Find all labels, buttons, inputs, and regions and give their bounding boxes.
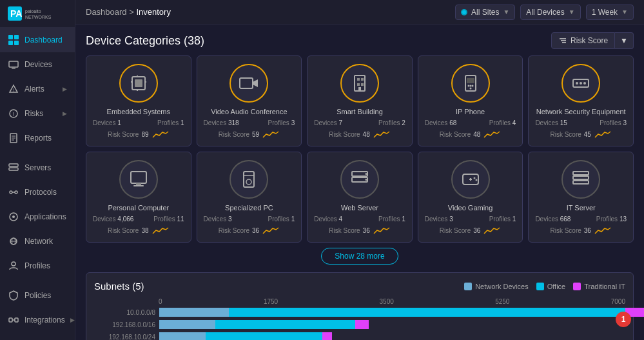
- svg-rect-41: [240, 78, 253, 88]
- svg-text:paloalto: paloalto: [25, 9, 41, 14]
- ip-phone-icon-wrapper: [451, 64, 490, 103]
- axis-label: 5250: [495, 298, 509, 305]
- video-audio-risk: Risk Score 59: [219, 129, 280, 139]
- sidebar-item-administration[interactable]: Administration ▶: [0, 332, 75, 340]
- sidebar-item-dashboard[interactable]: Dashboard: [0, 28, 75, 52]
- svg-rect-45: [361, 78, 364, 81]
- embedded-title: Embedded Systems: [107, 108, 170, 115]
- legend-dot-traditional: [573, 283, 581, 290]
- topbar: Dashboard > Inventory All Sites ▼ All De…: [75, 0, 644, 25]
- risk-score-dropdown[interactable]: ▼: [615, 32, 634, 49]
- device-card-embedded[interactable]: Embedded Systems Devices 1 Profiles 1 Ri…: [86, 55, 191, 146]
- sidebar-item-network[interactable]: Network: [0, 229, 75, 254]
- topbar-controls: All Sites ▼ All Devices ▼ 1 Week ▼: [455, 5, 634, 20]
- bar-network: [159, 308, 229, 317]
- svg-text:PA: PA: [10, 8, 22, 19]
- notification-badge[interactable]: 1: [616, 312, 631, 327]
- web-server-risk-graph: [373, 225, 391, 235]
- web-server-icon-wrapper: [340, 160, 379, 199]
- it-server-devices-label: Devices 668: [535, 215, 571, 223]
- show-more-button[interactable]: Show 28 more: [321, 248, 398, 265]
- device-dropdown-icon: ▼: [569, 8, 575, 15]
- risk-score-button[interactable]: Risk Score: [551, 32, 615, 49]
- alerts-arrow-icon: ▶: [63, 86, 67, 92]
- web-server-profiles-label: Profiles 1: [378, 215, 405, 223]
- smart-building-devices-label: Devices 7: [314, 119, 342, 126]
- svg-rect-18: [9, 168, 18, 170]
- sidebar-item-servers[interactable]: Servers: [0, 155, 75, 180]
- device-card-network-security[interactable]: Network Security Equipment Devices 15 Pr…: [528, 55, 634, 146]
- sidebar-item-risks[interactable]: ! Risks ▶: [0, 101, 75, 126]
- sidebar-item-devices[interactable]: Devices: [0, 52, 75, 77]
- personal-computer-devices-label: Devices 4,066: [93, 215, 133, 223]
- sidebar-item-alerts-label: Alerts: [24, 85, 57, 94]
- personal-computer-title: Personal Computer: [108, 204, 169, 212]
- video-audio-stats: Devices 318 Profiles 3: [204, 119, 295, 126]
- svg-rect-61: [133, 185, 144, 186]
- ip-phone-risk: Risk Score 48: [440, 129, 501, 139]
- svg-point-58: [583, 82, 586, 85]
- svg-rect-17: [9, 164, 18, 166]
- svg-rect-6: [8, 41, 13, 45]
- svg-rect-9: [12, 68, 15, 69]
- subnets-header: Subnets (5) Network Devices Office Tradi…: [94, 281, 625, 292]
- svg-rect-76: [573, 181, 589, 184]
- sidebar-item-policies[interactable]: Policies: [0, 283, 75, 308]
- smart-building-stats: Devices 7 Profiles 2: [314, 119, 405, 126]
- sidebar-item-applications[interactable]: Applications: [0, 205, 75, 229]
- video-audio-title: Video Audio Conference: [211, 108, 287, 115]
- sidebar-item-reports[interactable]: Reports: [0, 126, 75, 150]
- device-card-personal-computer[interactable]: Personal Computer Devices 4,066 Profiles…: [86, 152, 191, 243]
- sidebar-item-protocols[interactable]: Protocols: [0, 180, 75, 205]
- svg-rect-7: [14, 41, 19, 45]
- sidebar-item-applications-label: Applications: [24, 212, 67, 221]
- sidebar-item-profiles-label: Profiles: [24, 261, 67, 270]
- personal-computer-risk-graph: [151, 225, 170, 235]
- svg-rect-75: [573, 176, 589, 179]
- device-card-web-server[interactable]: Web Server Devices 4 Profiles 1 Risk Sco…: [307, 152, 413, 243]
- embedded-risk-graph: [151, 129, 170, 139]
- device-card-smart-building[interactable]: Smart Building Devices 7 Profiles 2 Risk…: [307, 55, 413, 146]
- network-security-title: Network Security Equipment: [536, 108, 626, 115]
- time-selector[interactable]: 1 Week ▼: [586, 5, 634, 20]
- embedded-icon-wrapper: [119, 64, 158, 103]
- chart-row-bars: [159, 308, 625, 317]
- site-selector[interactable]: All Sites ▼: [455, 5, 515, 20]
- device-card-video-audio[interactable]: Video Audio Conference Devices 318 Profi…: [197, 55, 302, 146]
- alerts-icon: !: [8, 83, 19, 95]
- svg-rect-47: [361, 83, 364, 86]
- sidebar-item-profiles[interactable]: Profiles: [0, 254, 75, 278]
- sidebar-item-network-label: Network: [24, 237, 67, 246]
- video-gaming-risk-graph: [483, 225, 501, 235]
- device-selector[interactable]: All Devices ▼: [520, 5, 580, 20]
- site-selector-label: All Sites: [471, 8, 499, 17]
- profiles-icon: [8, 260, 19, 272]
- svg-point-68: [365, 179, 367, 181]
- svg-point-54: [469, 88, 471, 90]
- sidebar-item-alerts[interactable]: ! Alerts ▶: [0, 77, 75, 101]
- embedded-risk: Risk Score 89: [108, 129, 169, 139]
- svg-rect-44: [357, 78, 360, 81]
- breadcrumb-home[interactable]: Dashboard: [86, 7, 127, 17]
- it-server-risk-value: 36: [584, 227, 591, 234]
- device-card-it-server[interactable]: IT Server Devices 668 Profiles 13 Risk S…: [528, 152, 634, 243]
- device-card-ip-phone[interactable]: IP Phone Devices 68 Profiles 4 Risk Scor…: [418, 55, 523, 146]
- main-content: Dashboard > Inventory All Sites ▼ All De…: [75, 0, 644, 340]
- personal-computer-risk-value: 38: [141, 227, 148, 234]
- chart-row-label: 192.168.10.0/24: [94, 334, 155, 341]
- personal-computer-profiles-label: Profiles 11: [153, 215, 184, 223]
- chart-row-label: 192.168.0.0/16: [94, 321, 155, 328]
- svg-point-20: [15, 191, 17, 194]
- svg-point-27: [12, 262, 15, 266]
- subnets-chart: 01750350052507000 10.0.0.0/8 192.168.0.0…: [94, 298, 625, 340]
- device-card-specialized-pc[interactable]: Specialized PC Devices 3 Profiles 1 Risk…: [197, 152, 302, 243]
- legend-label-network: Network Devices: [475, 283, 529, 290]
- legend-label-office: Office: [547, 283, 566, 290]
- device-card-video-gaming[interactable]: Video Gaming Devices 3 Profiles 1 Risk S…: [418, 152, 523, 243]
- subnets-legend: Network Devices Office Traditional IT: [464, 283, 625, 290]
- bar-traditional: [355, 320, 369, 329]
- svg-rect-46: [357, 83, 360, 86]
- legend-item-traditional: Traditional IT: [573, 283, 625, 290]
- sidebar-item-integrations[interactable]: Integrations ▶: [0, 308, 75, 332]
- legend-dot-network: [464, 283, 472, 290]
